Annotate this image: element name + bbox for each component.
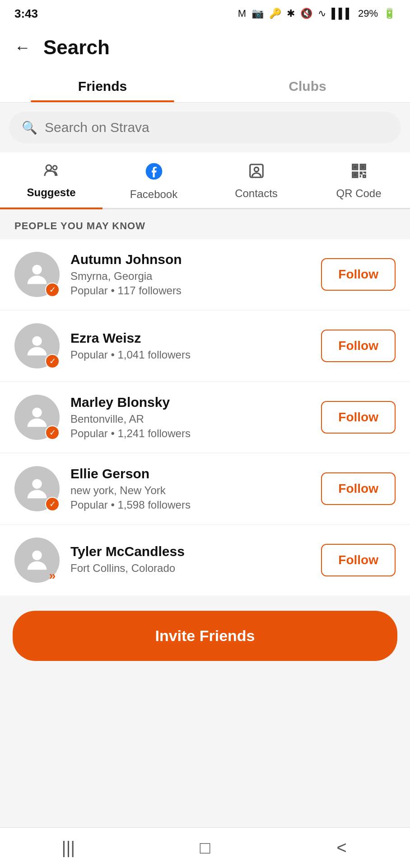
follow-button[interactable]: Follow [321,544,396,576]
follow-button[interactable]: Follow [321,401,396,434]
sub-tab-facebook-label: Facebook [130,188,177,201]
sub-tabs: Suggeste Facebook Contacts [0,152,410,209]
svg-rect-9 [362,166,364,168]
list-item: » Tyler McCandless Fort Collins, Colorad… [0,525,410,595]
list-item: ✓ Autumn Johnson Smyrna, Georgia Popular… [0,239,410,310]
svg-rect-8 [354,166,356,168]
menu-icon: ||| [62,838,75,858]
battery-icon: 🔋 [383,8,396,19]
verified-badge: ✓ [45,497,60,511]
key-icon: 🔑 [269,8,281,19]
tab-clubs[interactable]: Clubs [205,68,410,102]
tab-friends[interactable]: Friends [0,68,205,102]
sub-tab-suggested-label: Suggeste [27,186,75,199]
person-followers: Popular • 1,041 followers [70,349,310,361]
avatar-wrap: ✓ [14,395,60,440]
person-info: Autumn Johnson Smyrna, Georgia Popular •… [70,252,310,297]
list-item: ✓ Marley Blonsky Bentonville, AR Popular… [0,382,410,453]
people-list: ✓ Autumn Johnson Smyrna, Georgia Popular… [0,239,410,595]
video-icon: 📷 [252,8,264,19]
person-name: Marley Blonsky [70,395,310,410]
avatar-wrap: ✓ [14,323,60,368]
svg-point-11 [32,265,42,274]
avatar-wrap: ✓ [14,466,60,511]
facebook-icon [145,162,163,184]
person-location: Fort Collins, Colorado [70,562,310,575]
main-tabs: Friends Clubs [0,68,410,103]
svg-point-14 [32,479,42,489]
person-info: Ellie Gerson new york, New York Popular … [70,466,310,511]
avatar-wrap: » [14,538,60,583]
back-button[interactable]: ← [14,38,31,57]
person-info: Marley Blonsky Bentonville, AR Popular •… [70,395,310,440]
sub-tab-contacts-label: Contacts [235,187,278,200]
person-info: Tyler McCandless Fort Collins, Colorado [70,544,310,576]
svg-rect-10 [354,174,356,176]
search-bar: 🔍 [9,112,401,143]
home-icon: □ [200,838,210,858]
battery-percent: 29% [358,8,378,19]
person-info: Ezra Weisz Popular • 1,041 followers [70,330,310,361]
page-title: Search [43,36,110,59]
verified-badge: ✓ [45,425,60,440]
list-item: ✓ Ezra Weisz Popular • 1,041 followers F… [0,311,410,381]
verified-badge: ✓ [45,283,60,297]
contacts-icon [248,162,265,184]
invite-friends-button[interactable]: Invite Friends [13,611,397,661]
mute-icon: 🔇 [300,8,312,19]
sub-tab-suggested[interactable]: Suggeste [0,152,102,208]
svg-point-1 [53,166,57,170]
sub-tab-contacts[interactable]: Contacts [205,152,308,208]
svg-point-15 [32,551,42,560]
person-followers: Popular • 1,241 followers [70,427,310,440]
avatar-wrap: ✓ [14,252,60,297]
person-name: Ezra Weisz [70,330,310,346]
nav-menu-button[interactable]: ||| [50,830,86,866]
svg-point-12 [32,336,42,346]
sub-tab-facebook[interactable]: Facebook [102,152,205,208]
qrcode-icon [350,162,368,184]
follow-button[interactable]: Follow [321,472,396,505]
follow-button[interactable]: Follow [321,330,396,362]
person-location: new york, New York [70,484,310,497]
person-name: Ellie Gerson [70,466,310,481]
person-followers: Popular • 1,598 followers [70,499,310,511]
verified-badge: ✓ [45,354,60,368]
person-name: Tyler McCandless [70,544,310,559]
section-label: PEOPLE YOU MAY KNOW [0,209,410,239]
bluetooth-icon: ✱ [287,8,295,19]
sub-tab-qrcode-label: QR Code [336,187,381,200]
search-input[interactable] [45,120,388,135]
bottom-nav: ||| □ < [0,827,410,868]
signal-icon: ▌▌▌ [331,8,353,19]
wifi-icon: ∿ [318,8,326,19]
person-location: Bentonville, AR [70,413,310,425]
svg-point-4 [254,167,259,172]
follow-button[interactable]: Follow [321,258,396,291]
status-time: 3:43 [14,7,38,21]
nav-home-button[interactable]: □ [187,830,223,866]
mail-icon: M [238,8,246,19]
svg-point-13 [32,408,42,417]
person-followers: Popular • 117 followers [70,284,310,297]
status-icons: M 📷 🔑 ✱ 🔇 ∿ ▌▌▌ 29% 🔋 [238,8,396,19]
person-location: Smyrna, Georgia [70,270,310,283]
sub-tab-qrcode[interactable]: QR Code [308,152,410,208]
invite-section: Invite Friends [0,596,410,679]
nav-back-button[interactable]: < [324,830,360,866]
search-icon: 🔍 [22,120,37,135]
back-icon: < [337,838,347,858]
person-name: Autumn Johnson [70,252,310,267]
header: ← Search [0,27,410,68]
status-bar: 3:43 M 📷 🔑 ✱ 🔇 ∿ ▌▌▌ 29% 🔋 [0,0,410,27]
suggested-icon [43,162,60,183]
arrows-badge: » [45,568,60,583]
svg-point-0 [46,165,51,170]
list-item: ✓ Ellie Gerson new york, New York Popula… [0,453,410,524]
